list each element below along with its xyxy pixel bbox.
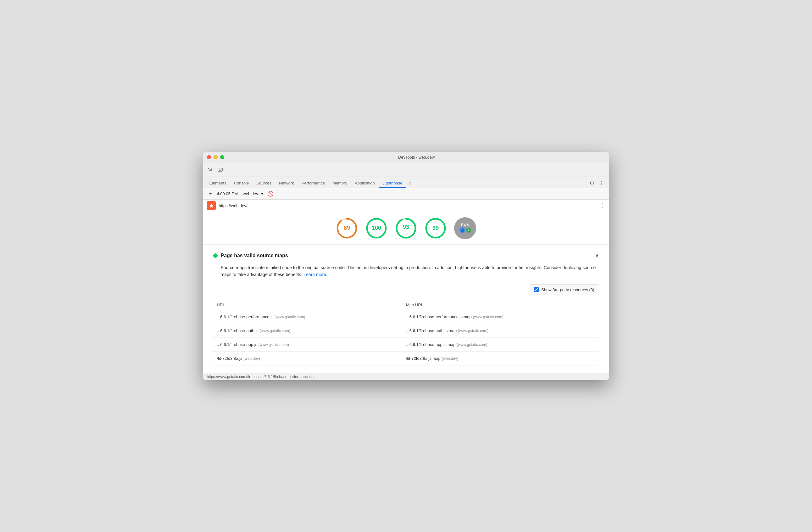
col-url-header: URL [217,303,406,307]
page-url: https://web.dev/ [219,204,596,208]
status-bar: https://www.gstatic.com/firebasejs/6.6.1… [203,373,609,380]
url-display: - [240,192,241,196]
inspect-icon[interactable] [206,165,215,174]
collapse-button[interactable]: ∧ [595,252,599,259]
show-third-party-checkbox[interactable]: Show 3rd-party resources (3) [529,284,599,295]
tab-network[interactable]: Network [275,179,298,188]
devtools-toolbar [203,163,609,177]
status-url: https://www.gstatic.com/firebasejs/6.6.1… [207,375,314,379]
titlebar: DevTools - web.dev/ [203,152,609,163]
table-row[interactable]: ...6.6.1/firebase-app.js (www.gstatic.co… [213,338,599,352]
checkbox-row: Show 3rd-party resources (3) [213,284,599,295]
table-header: URL Map URL [213,300,599,310]
svg-text:🔵: 🔵 [460,228,464,232]
url-cell-0: ...6.6.1/firebase-performance.js (www.gs… [217,314,406,319]
settings-icon[interactable]: ⚙ [587,178,597,188]
section-title-row: Page has valid source maps [213,253,288,258]
lighthouse-logo [207,201,216,210]
tab-lighthouse[interactable]: Lighthouse [379,179,406,188]
pass-indicator [213,253,218,258]
svg-rect-1 [219,169,221,171]
tab-sources[interactable]: Sources [252,179,275,188]
third-party-checkbox-input[interactable] [534,287,539,292]
table-row[interactable]: ...6.6.1/firebase-performance.js (www.gs… [213,310,599,324]
score-seo[interactable]: 99 [424,217,447,239]
recording-bar: + 4:00:05 PM - web.dev ▼ 🚫 [203,188,609,199]
table-row[interactable]: /lit-72fd3f8a.js (web.dev) /lit-72fd3f8a… [213,352,599,365]
pwa-label: PWA [461,223,469,227]
tab-console[interactable]: Console [230,179,253,188]
description-text: Source maps translate minified code to t… [221,265,596,277]
checkbox-label: Show 3rd-party resources (3) [541,288,594,292]
map-url-cell-1: ...6.6.1/firebase-auth.js.map (www.gstat… [406,328,595,333]
section-title: Page has valid source maps [221,253,288,258]
score-best-practices[interactable]: 93 [395,217,417,239]
add-recording-button[interactable]: + [207,190,214,197]
main-content: Page has valid source maps ∧ Source maps… [203,244,609,373]
section-header: Page has valid source maps ∧ [213,252,599,259]
col-map-url-header: Map URL [406,303,595,307]
maximize-button[interactable] [220,155,224,159]
score-performance-value: 89 [344,225,350,232]
map-url-cell-3: /lit-72fd3f8a.js.map (web.dev) [406,356,595,361]
score-seo-value: 99 [432,225,439,232]
responsive-icon[interactable] [216,165,224,174]
learn-more-link[interactable]: Learn more [304,272,326,277]
traffic-lights [207,155,224,159]
table-row[interactable]: ...6.6.1/firebase-auth.js (www.gstatic.c… [213,324,599,338]
no-record-icon[interactable]: 🚫 [267,191,274,197]
window-title: DevTools - web.dev/ [228,155,605,159]
more-tabs-button[interactable]: » [406,179,414,188]
table-body: ...6.6.1/firebase-performance.js (www.gs… [213,310,599,365]
score-best-practices-value: 93 [403,224,409,230]
url-more-button[interactable]: ⋮ [599,202,605,209]
minimize-button[interactable] [214,155,218,159]
url-cell-1: ...6.6.1/firebase-auth.js (www.gstatic.c… [217,328,406,333]
recording-url: web.dev [243,192,258,196]
tab-performance[interactable]: Performance [298,179,329,188]
map-url-cell-2: ...6.6.1/firebase-app.js.map (www.gstati… [406,342,595,347]
url-cell-3: /lit-72fd3f8a.js (web.dev) [217,356,406,361]
scores-bar: 89 100 93 99 [203,212,609,244]
section-description: Source maps translate minified code to t… [221,264,599,278]
score-pwa[interactable]: PWA 🔵 + [454,217,476,239]
score-accessibility[interactable]: 100 [365,217,388,239]
more-options-icon[interactable]: ⋮ [597,178,607,188]
tab-elements[interactable]: Elements [206,179,230,188]
tab-memory[interactable]: Memory [329,179,351,188]
svg-text:+: + [468,228,469,232]
map-url-cell-0: ...6.6.1/firebase-performance.js.map (ww… [406,314,595,319]
close-button[interactable] [207,155,211,159]
tab-application[interactable]: Application [351,179,379,188]
dropdown-icon[interactable]: ▼ [260,192,264,196]
time-display: 4:00:05 PM - web.dev ▼ [217,192,264,196]
score-accessibility-value: 100 [372,225,381,232]
tab-bar: Elements Console Sources Network Perform… [203,177,609,188]
url-cell-2: ...6.6.1/firebase-app.js (www.gstatic.co… [217,342,406,347]
timestamp: 4:00:05 PM [217,192,238,196]
url-bar: https://web.dev/ ⋮ [203,199,609,212]
score-performance[interactable]: 89 [336,217,358,239]
devtools-window: DevTools - web.dev/ Elements Console Sou… [203,152,609,381]
